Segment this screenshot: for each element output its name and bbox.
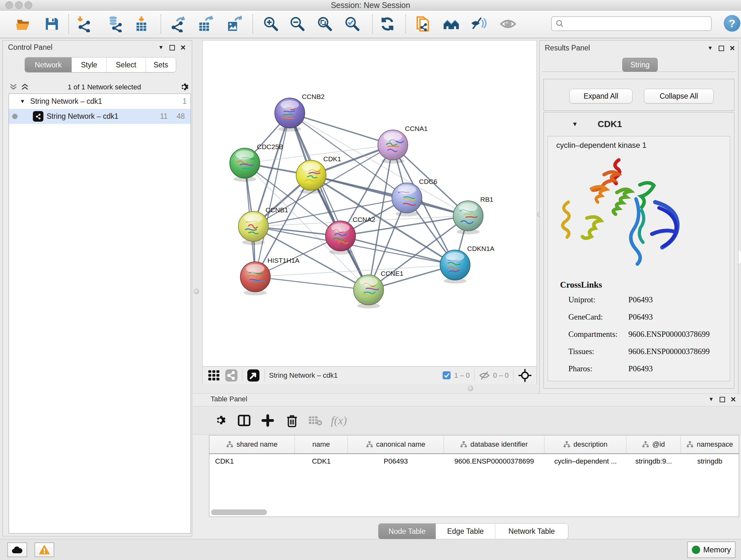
network-edge[interactable] xyxy=(255,277,368,290)
table-horizontal-scrollbar[interactable] xyxy=(211,509,267,515)
export-network-icon[interactable] xyxy=(170,15,188,33)
network-row-selected[interactable]: String Network – cdk1 11 48 xyxy=(9,109,191,124)
tab-string[interactable]: String xyxy=(622,58,658,72)
column-header[interactable]: name xyxy=(295,435,348,453)
gene-section-header[interactable]: ▼ CDK1 xyxy=(544,112,734,136)
export-table-icon[interactable] xyxy=(196,15,214,33)
network-edge[interactable] xyxy=(255,265,455,277)
cell-id[interactable]: stringdb:9... xyxy=(626,457,681,465)
zoom-selected-icon[interactable] xyxy=(343,15,361,33)
tab-network-table[interactable]: Network Table xyxy=(495,523,568,539)
selected-checkbox-icon[interactable] xyxy=(442,371,451,380)
create-column-plus-icon[interactable] xyxy=(259,412,277,429)
column-header[interactable]: canonical name xyxy=(348,435,444,453)
network-edge[interactable] xyxy=(311,175,468,216)
import-table-file-icon[interactable] xyxy=(132,15,150,33)
help-button[interactable]: ? xyxy=(724,15,740,32)
panel-close-icon[interactable]: × xyxy=(181,46,186,50)
network-node-RB1[interactable]: RB1 xyxy=(453,196,493,234)
cloud-button[interactable] xyxy=(7,543,27,557)
tab-edge-table[interactable]: Edge Table xyxy=(436,523,495,539)
delete-column-trash-icon[interactable] xyxy=(283,412,301,429)
expand-all-icon[interactable] xyxy=(20,83,30,91)
network-collection-row[interactable]: ▼ String Network – cdk1 1 xyxy=(9,94,191,109)
gene-collapse-icon[interactable]: ▼ xyxy=(572,121,578,128)
network-view[interactable]: CCNB2CCNA1CDC25BCDK1CDC6RB1CCNB1CCNA2CDK… xyxy=(202,40,537,384)
cell-namespace[interactable]: stringdb xyxy=(681,457,739,465)
cell-description[interactable]: cyclin–dependent ... xyxy=(544,457,626,465)
panel-float-icon[interactable] xyxy=(720,397,725,402)
panel-close-icon[interactable]: × xyxy=(731,397,736,401)
network-node-CCNA1[interactable]: CCNA1 xyxy=(378,125,428,164)
memory-button[interactable]: Memory xyxy=(687,542,736,558)
network-node-CDC25B[interactable]: CDC25B xyxy=(230,143,283,182)
panel-menu-icon[interactable]: ▼ xyxy=(708,45,713,51)
column-header[interactable]: description xyxy=(544,435,626,453)
zoom-out-icon[interactable] xyxy=(288,15,306,33)
hide-labels-icon[interactable] xyxy=(470,15,488,33)
show-columns-icon[interactable] xyxy=(235,412,253,429)
column-header[interactable]: namespace xyxy=(681,435,739,453)
search-input[interactable] xyxy=(551,16,712,31)
left-splitter-grip[interactable] xyxy=(194,289,199,294)
network-options-gear-icon[interactable] xyxy=(179,82,189,92)
collapse-all-button[interactable]: Collapse All xyxy=(644,89,714,104)
cell-shared-name[interactable]: CDK1 xyxy=(209,457,295,465)
table-row[interactable]: CDK1 CDK1 P06493 9606.ENSP00000378699 cy… xyxy=(209,454,739,469)
tab-network[interactable]: Network xyxy=(25,57,72,72)
birds-eye-crosshair-icon[interactable] xyxy=(518,368,532,382)
delete-table-icon[interactable] xyxy=(307,412,324,429)
open-session-icon[interactable] xyxy=(14,15,32,33)
network-edge[interactable] xyxy=(290,113,368,290)
import-network-file-icon[interactable] xyxy=(75,15,93,33)
network-edge[interactable] xyxy=(290,113,393,145)
window-title: Session: New Session xyxy=(0,0,741,10)
crosslink-compartments-link[interactable]: 9606.ENSP00000378699 xyxy=(628,330,710,339)
network-node-CDK1[interactable]: CDK1 xyxy=(296,155,341,194)
home-icon[interactable] xyxy=(442,15,460,33)
export-image-icon[interactable] xyxy=(225,15,243,33)
column-header[interactable]: database identifier xyxy=(444,435,545,453)
network-node-CCNB2[interactable]: CCNB2 xyxy=(275,93,325,132)
panel-menu-icon[interactable]: ▼ xyxy=(158,44,164,51)
open-in-window-icon[interactable] xyxy=(247,369,260,382)
panel-menu-icon[interactable]: ▼ xyxy=(709,396,714,402)
function-builder-icon[interactable]: f(x) xyxy=(330,412,348,429)
import-network-database-icon[interactable] xyxy=(106,15,124,33)
network-canvas[interactable]: CCNB2CCNA1CDC25BCDK1CDC6RB1CCNB1CCNA2CDK… xyxy=(203,41,536,366)
column-header[interactable]: shared name xyxy=(209,435,295,453)
column-header[interactable]: @id xyxy=(626,435,681,453)
crosslink-genecard-link[interactable]: P06493 xyxy=(628,313,653,321)
refresh-icon[interactable] xyxy=(379,15,396,33)
string-network-badge-icon[interactable] xyxy=(225,369,238,382)
cell-name[interactable]: CDK1 xyxy=(295,457,348,465)
save-session-icon[interactable] xyxy=(43,15,61,33)
grid-view-icon[interactable] xyxy=(208,369,220,382)
network-node-CDC6[interactable]: CDC6 xyxy=(392,178,437,216)
crosslink-pharos-link[interactable]: P06493 xyxy=(628,364,653,373)
panel-close-icon[interactable]: × xyxy=(730,46,735,51)
panel-float-icon[interactable] xyxy=(170,45,175,51)
collection-expand-icon[interactable]: ▼ xyxy=(20,98,25,105)
crosslink-tissues-link[interactable]: 9606.ENSP00000378699 xyxy=(628,347,710,356)
tab-node-table[interactable]: Node Table xyxy=(379,523,436,539)
hidden-eye-icon[interactable] xyxy=(479,371,490,380)
graphics-details-eye-icon[interactable] xyxy=(499,15,517,33)
zoom-in-icon[interactable] xyxy=(262,15,280,33)
network-node-HIST1H1A[interactable]: HIST1H1A xyxy=(240,257,299,295)
crosslink-uniprot-link[interactable]: P06493 xyxy=(628,295,653,304)
warnings-button[interactable] xyxy=(35,543,54,557)
tab-sets[interactable]: Sets xyxy=(146,57,176,72)
share-document-icon[interactable] xyxy=(414,15,432,33)
collapse-all-icon[interactable] xyxy=(9,83,18,91)
expand-all-button[interactable]: Expand All xyxy=(569,89,632,104)
bottom-splitter-grip[interactable] xyxy=(468,386,473,391)
panel-float-icon[interactable] xyxy=(719,46,724,51)
tab-style[interactable]: Style xyxy=(72,57,107,72)
table-options-gear-icon[interactable] xyxy=(211,412,229,429)
network-edge[interactable] xyxy=(255,113,290,277)
tab-select[interactable]: Select xyxy=(107,57,146,72)
zoom-fit-icon[interactable] xyxy=(316,15,333,33)
cell-database-identifier[interactable]: 9606.ENSP00000378699 xyxy=(444,457,545,465)
cell-canonical-name[interactable]: P06493 xyxy=(348,457,444,465)
